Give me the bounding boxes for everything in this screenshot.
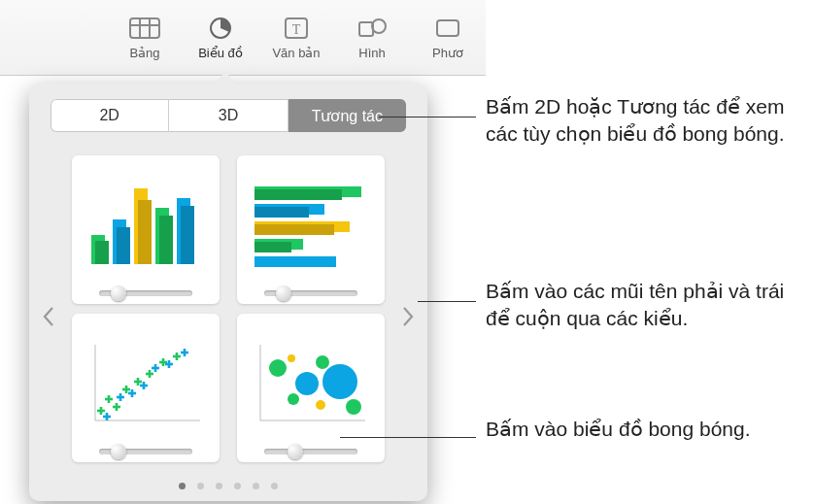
svg-text:T: T (292, 22, 301, 37)
svg-point-64 (288, 393, 299, 405)
page-dot[interactable] (271, 483, 278, 489)
svg-rect-7 (359, 22, 373, 36)
chart-tile-scatter[interactable] (72, 314, 220, 462)
toolbar-item-table[interactable]: Bảng (107, 15, 183, 60)
text-icon: T (280, 15, 313, 42)
svg-rect-21 (254, 189, 342, 200)
chart-style-grid (29, 148, 427, 462)
svg-rect-27 (254, 242, 291, 252)
svg-rect-15 (138, 200, 152, 264)
tile-slider[interactable] (264, 449, 356, 454)
callout-text: Bấm vào biểu đồ bong bóng. (486, 416, 806, 443)
svg-point-70 (346, 399, 361, 415)
svg-rect-25 (254, 224, 334, 235)
toolbar-label: Phươ (432, 46, 463, 60)
media-icon (431, 15, 464, 42)
toolbar-item-shape[interactable]: Hình (334, 15, 410, 60)
svg-rect-28 (254, 256, 336, 267)
tile-slider[interactable] (264, 290, 356, 296)
page-dot[interactable] (197, 483, 204, 489)
chart-tile-bubble[interactable] (237, 314, 385, 462)
svg-rect-9 (437, 20, 458, 36)
toolbar-item-text[interactable]: T Văn bản (258, 15, 334, 60)
svg-point-8 (372, 19, 386, 33)
segment-2d[interactable]: 2D (51, 99, 169, 132)
chart-tile-bar[interactable] (237, 155, 385, 304)
page-indicator (29, 483, 427, 489)
page-dot[interactable] (253, 483, 259, 489)
page-dot[interactable] (179, 483, 186, 489)
toolbar-item-chart[interactable]: Biểu đồ (183, 15, 258, 60)
svg-point-63 (269, 359, 287, 377)
svg-point-66 (295, 372, 319, 395)
page-dot[interactable] (234, 483, 241, 489)
toolbar-label: Bảng (129, 46, 159, 60)
toolbar-item-media[interactable]: Phươ (410, 15, 486, 60)
toolbar-label: Biểu đồ (198, 46, 243, 60)
svg-point-67 (316, 355, 329, 369)
column-chart-thumb (87, 181, 204, 268)
toolbar-label: Hình (358, 46, 385, 60)
callout-text: Bấm vào các mũi tên phải và trái để cuộn… (486, 278, 806, 333)
tile-slider[interactable] (99, 290, 191, 296)
tile-slider[interactable] (99, 449, 191, 454)
shape-icon (356, 15, 389, 42)
toolbar-label: Văn bản (272, 46, 320, 60)
chart-type-segmented-control: 2D 3D Tương tác (51, 99, 406, 132)
svg-rect-23 (254, 207, 309, 218)
callout-line (340, 437, 476, 438)
svg-point-65 (288, 354, 295, 362)
callout-text: Bấm 2D hoặc Tương tác để xem các tùy chọ… (486, 93, 806, 149)
callout-line (379, 117, 476, 118)
chart-icon (204, 15, 237, 42)
table-icon (128, 15, 161, 42)
chart-popover: 2D 3D Tương tác (29, 84, 427, 501)
segment-interactive[interactable]: Tương tác (288, 99, 406, 132)
svg-rect-19 (181, 206, 194, 264)
segment-3d[interactable]: 3D (169, 99, 288, 132)
bar-chart-thumb (253, 181, 369, 268)
svg-rect-11 (95, 241, 109, 264)
svg-rect-13 (117, 227, 130, 264)
annotations: Bấm 2D hoặc Tương tác để xem các tùy chọ… (476, 0, 814, 504)
svg-point-69 (316, 400, 325, 410)
callout-line (418, 301, 476, 302)
toolbar: Bảng Biểu đồ T Văn bản Hình Phươ (0, 0, 486, 76)
svg-rect-17 (159, 216, 173, 264)
scatter-chart-thumb (87, 339, 204, 426)
svg-point-68 (322, 364, 357, 399)
chart-tile-column[interactable] (72, 155, 220, 304)
page-dot[interactable] (216, 483, 222, 489)
svg-rect-0 (130, 18, 159, 38)
bubble-chart-thumb (253, 339, 369, 426)
